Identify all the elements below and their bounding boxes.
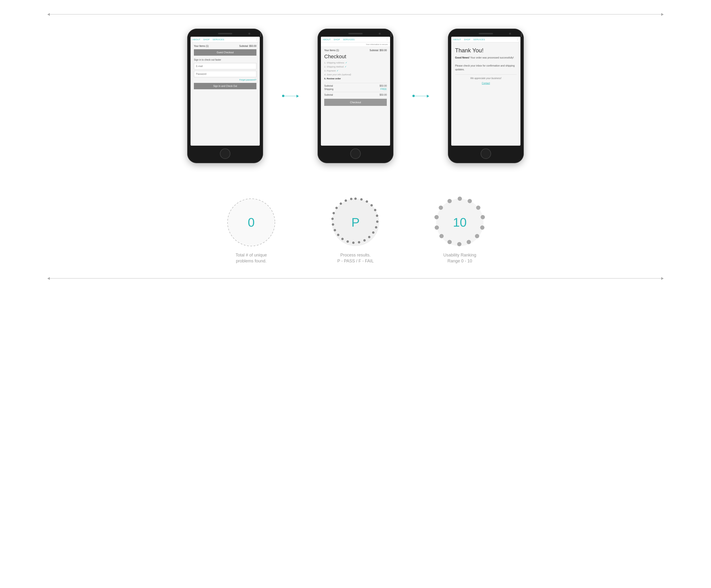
phone-2-nav: ABOUT SHOP SERVICES ⋮: [321, 37, 390, 42]
nav-about[interactable]: ABOUT: [192, 38, 200, 41]
nav3-menu-icon[interactable]: ⋮: [516, 38, 519, 41]
nav3-about[interactable]: ABOUT: [453, 38, 461, 41]
connector-2-3: [412, 95, 429, 97]
cart-subtotal-2: Subtotal: $50.00: [369, 49, 387, 52]
nav2-menu-icon[interactable]: ⋮: [386, 38, 388, 41]
phone-2: ABOUT SHOP SERVICES ⋮ Your information i…: [318, 29, 393, 163]
metric-value-10: 10: [453, 215, 467, 229]
phone-speaker-3: [479, 33, 493, 34]
metric-circle-0: 0: [225, 196, 277, 248]
svg-point-25: [345, 199, 347, 202]
phone-camera: [249, 33, 250, 35]
svg-point-12: [368, 236, 370, 238]
subtotal-row: Subtotal $50.00: [324, 85, 387, 87]
bottom-arrow-line: [47, 278, 664, 278]
step-1: 1. Shipping Address✓: [324, 61, 387, 65]
phone-speaker: [218, 33, 232, 34]
phone-2-menu-dots: [391, 33, 391, 34]
checkout-button[interactable]: Checkout: [324, 99, 387, 106]
nav2-services[interactable]: SERVICES: [343, 38, 354, 41]
svg-point-7: [374, 209, 376, 211]
nav3-services[interactable]: SERVICES: [473, 38, 485, 41]
metric-value-p: P: [351, 215, 360, 229]
svg-point-33: [475, 234, 479, 238]
phones-row: ABOUT SHOP SERVICES ⋮ Your Items (1) Sub…: [0, 19, 711, 177]
cart-info: Your Items (1) Subtotal: $50.00: [194, 45, 256, 47]
svg-point-10: [375, 226, 377, 228]
contact-link[interactable]: Contact: [455, 82, 517, 85]
good-news-label: Good News!: [455, 56, 470, 59]
conn-line-1: [284, 96, 299, 96]
top-arrow: [0, 0, 711, 19]
phone-2-bottom: [321, 149, 390, 159]
cart-info-2: Your Items (1) Subtotal: $50.00: [324, 49, 387, 52]
checkout-steps: 1. Shipping Address✓ 2. Shipping Method✓…: [324, 61, 387, 81]
step-5: 5. Review order: [324, 77, 387, 81]
secure-note: Your information is secure.: [321, 42, 390, 47]
phone-menu-dots: [260, 33, 261, 34]
svg-point-8: [376, 214, 378, 217]
svg-point-21: [331, 218, 334, 220]
phone-3-bottom: [451, 149, 520, 159]
svg-point-37: [439, 234, 444, 238]
svg-point-34: [467, 240, 471, 244]
phone-1-bottom: [191, 149, 260, 159]
phone-home-button[interactable]: [220, 149, 230, 159]
svg-point-24: [340, 202, 342, 205]
password-field[interactable]: [194, 71, 256, 77]
phone-3-screen: ABOUT SHOP SERVICES ⋮ Thank You! Good Ne…: [451, 37, 520, 145]
svg-point-28: [458, 197, 462, 201]
connector-1-2: [282, 95, 299, 97]
phone-3: ABOUT SHOP SERVICES ⋮ Thank You! Good Ne…: [448, 29, 524, 163]
guest-checkout-button[interactable]: Guest Checkout: [194, 49, 256, 55]
thankyou-body: Good News! Your order was processed succ…: [455, 55, 517, 71]
nav-shop[interactable]: SHOP: [203, 38, 210, 41]
check-inbox-text: Please check your inbox for confirmation…: [455, 64, 515, 71]
order-processed-text: Your order was processed successfully!: [470, 56, 514, 59]
svg-point-16: [346, 240, 349, 243]
svg-point-35: [457, 242, 461, 246]
nav-services[interactable]: SERVICES: [213, 38, 224, 41]
metric-label-p: Process results.P - PASS / F - FAIL: [337, 252, 373, 264]
svg-point-20: [332, 223, 334, 226]
svg-point-11: [372, 231, 374, 234]
cart-items-2: Your Items (1): [324, 49, 339, 52]
top-arrow-line: [47, 14, 664, 15]
svg-point-30: [476, 206, 480, 210]
nav3-shop[interactable]: SHOP: [464, 38, 471, 41]
metric-process: P Process results.P - PASS / F - FAIL: [329, 196, 382, 264]
metric-problems: 0 Total # of uniqueproblems found.: [225, 196, 277, 264]
svg-point-22: [332, 212, 335, 214]
metric-label-10: Usability RankingRange 0 - 10: [443, 252, 476, 264]
phone-2-screen: ABOUT SHOP SERVICES ⋮ Your information i…: [321, 37, 390, 145]
nav2-shop[interactable]: SHOP: [334, 38, 340, 41]
svg-point-9: [376, 221, 379, 223]
svg-point-41: [448, 199, 452, 203]
email-field[interactable]: [194, 63, 256, 69]
svg-point-39: [434, 215, 439, 219]
nav2-about[interactable]: ABOUT: [323, 38, 331, 41]
phone-1-body: Your Items (1) Subtotal: $50.00 Guest Ch…: [191, 42, 260, 92]
phone-home-button-3[interactable]: [481, 149, 491, 159]
svg-point-3: [354, 198, 357, 200]
svg-point-13: [363, 239, 366, 242]
conn-dot-right: [412, 95, 415, 97]
phone-1: ABOUT SHOP SERVICES ⋮ Your Items (1) Sub…: [187, 29, 263, 163]
phone-camera-2: [379, 33, 381, 35]
svg-point-38: [435, 225, 439, 230]
phone-home-button-2[interactable]: [350, 149, 361, 159]
conn-line-2: [415, 96, 429, 96]
phone-3-nav: ABOUT SHOP SERVICES ⋮: [451, 37, 520, 42]
svg-point-15: [352, 242, 354, 244]
sign-in-checkout-button[interactable]: Sign In and Check Out: [194, 83, 256, 89]
svg-point-40: [439, 206, 443, 210]
svg-point-5: [366, 200, 368, 203]
metric-circle-10: 10: [434, 196, 486, 248]
forgot-password-link[interactable]: Forgot password?: [194, 78, 256, 81]
phone-speaker-2: [348, 33, 363, 34]
phone-2-top: [321, 33, 390, 34]
phone-1-nav: ABOUT SHOP SERVICES ⋮: [191, 37, 260, 42]
conn-dot-left: [282, 95, 284, 97]
phone-1-screen: ABOUT SHOP SERVICES ⋮ Your Items (1) Sub…: [191, 37, 260, 145]
nav-menu-icon[interactable]: ⋮: [256, 38, 258, 41]
